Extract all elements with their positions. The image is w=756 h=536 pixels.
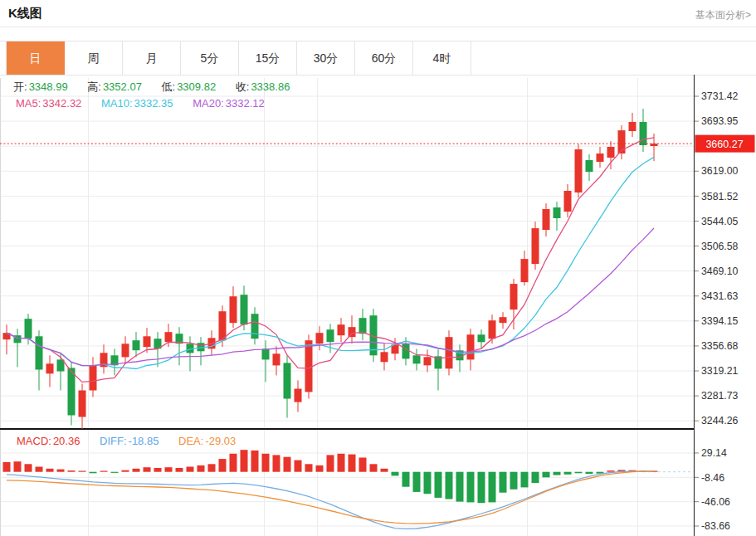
svg-text:-83.66: -83.66 bbox=[701, 520, 730, 532]
high-label: 高: bbox=[87, 80, 101, 93]
ma20-label: MA20: bbox=[193, 97, 224, 110]
diff-line bbox=[7, 471, 654, 529]
svg-text:3244.26: 3244.26 bbox=[701, 415, 739, 426]
page-title: K线图 bbox=[8, 6, 42, 22]
ohlc-legend: 开:3348.99 高:3352.07 低:3309.82 收:3338.86 bbox=[13, 80, 306, 95]
fundamental-analysis-link[interactable]: 基本面分析> bbox=[695, 8, 751, 22]
high-value: 3352.07 bbox=[103, 80, 142, 93]
dea-label: DEA: bbox=[178, 435, 203, 447]
svg-text:3394.15: 3394.15 bbox=[701, 315, 739, 327]
ma10-value: 3332.35 bbox=[134, 97, 173, 110]
svg-text:3619.00: 3619.00 bbox=[701, 165, 739, 177]
tab-spacer bbox=[0, 41, 7, 75]
tab-day[interactable]: 日 bbox=[7, 41, 65, 75]
svg-text:29.14: 29.14 bbox=[701, 447, 727, 459]
dea-value: -29.03 bbox=[205, 435, 236, 447]
open-value: 3348.99 bbox=[29, 80, 68, 93]
svg-text:3581.52: 3581.52 bbox=[701, 191, 739, 202]
tab-15min[interactable]: 15分 bbox=[239, 41, 297, 75]
low-value: 3309.82 bbox=[177, 80, 216, 93]
svg-text:3319.21: 3319.21 bbox=[701, 365, 739, 377]
macd-legend: MACD:20.36 DIFF:-18.85 DEA:-29.03 bbox=[17, 435, 252, 447]
svg-text:3431.63: 3431.63 bbox=[701, 290, 739, 302]
svg-text:3281.73: 3281.73 bbox=[701, 390, 739, 402]
svg-text:3660.27: 3660.27 bbox=[705, 139, 743, 150]
ma10-label: MA10: bbox=[101, 97, 133, 110]
svg-text:3544.05: 3544.05 bbox=[701, 216, 739, 227]
dea-line bbox=[7, 471, 654, 524]
svg-text:3693.95: 3693.95 bbox=[701, 115, 739, 127]
tab-30min[interactable]: 30分 bbox=[297, 41, 355, 75]
divider bbox=[0, 27, 756, 27]
svg-text:3506.58: 3506.58 bbox=[701, 241, 739, 252]
ma-legend: MA5:3342.32 MA10:3332.35 MA20:3332.12 bbox=[16, 97, 281, 110]
svg-text:-8.46: -8.46 bbox=[701, 472, 724, 484]
tab-4hour[interactable]: 4时 bbox=[413, 41, 471, 75]
macd-value: 20.36 bbox=[53, 435, 80, 447]
close-label: 收: bbox=[236, 80, 250, 93]
tab-month[interactable]: 月 bbox=[123, 41, 181, 75]
close-value: 3338.86 bbox=[251, 80, 290, 93]
kline-chart-canvas[interactable]: 3731.423693.953619.003581.523544.053506.… bbox=[0, 75, 756, 536]
candles-layer bbox=[3, 109, 658, 429]
open-label: 开: bbox=[13, 80, 27, 93]
svg-text:3356.68: 3356.68 bbox=[701, 340, 739, 352]
macd-label: MACD: bbox=[17, 435, 51, 447]
macd-histogram bbox=[3, 450, 658, 503]
interval-tabs: 日 周 月 5分 15分 30分 60分 4时 bbox=[0, 41, 756, 76]
svg-text:-46.06: -46.06 bbox=[701, 496, 730, 508]
tab-week[interactable]: 周 bbox=[65, 41, 123, 75]
diff-label: DIFF: bbox=[100, 435, 127, 447]
ma20-value: 3332.12 bbox=[226, 97, 265, 110]
tab-5min[interactable]: 5分 bbox=[181, 41, 239, 75]
diff-value: -18.85 bbox=[129, 435, 159, 447]
tab-60min[interactable]: 60分 bbox=[355, 41, 413, 75]
ma5-label: MA5: bbox=[16, 97, 41, 110]
ma5-value: 3342.32 bbox=[42, 97, 81, 110]
low-label: 低: bbox=[162, 80, 176, 93]
kline-app: K线图 基本面分析> 日 周 月 5分 15分 30分 60分 4时 3731.… bbox=[0, 0, 756, 536]
svg-text:3731.42: 3731.42 bbox=[701, 90, 739, 102]
svg-text:3469.10: 3469.10 bbox=[701, 266, 739, 277]
